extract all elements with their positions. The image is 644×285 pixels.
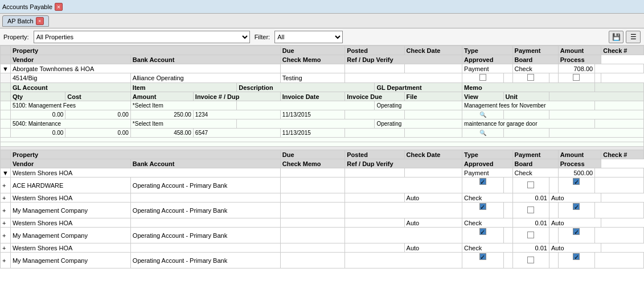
vendor-row-mgmt1: + My Management Company Operating Accoun…	[1, 203, 644, 218]
menu-icon-button[interactable]: ☰	[626, 31, 641, 43]
autotext-western3: Auto	[549, 218, 601, 228]
expander-western2[interactable]: +	[1, 193, 11, 203]
memo-western4	[280, 243, 345, 253]
vendor-detail-line-aborgate: 4514/Big Alliance Operating Testing	[1, 73, 644, 83]
filter-select[interactable]: All	[274, 31, 343, 43]
expander-western4[interactable]: +	[1, 243, 11, 253]
process-cb-mgmt2[interactable]: ✓	[558, 228, 594, 243]
expander-mgmt2[interactable]: +	[1, 228, 11, 243]
memo-header: Memo	[462, 83, 595, 92]
gl-5100: 5100: Management Fees	[10, 101, 130, 110]
process-cb-ace[interactable]: ✓	[558, 177, 594, 193]
process-cb-aborgate[interactable]	[558, 73, 594, 83]
ap-table: Property Due Posted Check Date Type Paym…	[0, 46, 644, 269]
invoicedate-5040: 11/13/2015	[280, 129, 345, 138]
property-label: Property:	[3, 34, 29, 40]
toolbar-right: 💾 ☰	[609, 31, 641, 43]
expander-western3[interactable]: +	[1, 218, 11, 228]
approved-auto-mgmt3	[503, 253, 512, 269]
board-cb-aborgate[interactable]	[512, 73, 549, 83]
col-type: Type	[462, 46, 512, 55]
col2-board: Board	[512, 159, 558, 168]
approved-auto-mgmt1	[503, 203, 512, 218]
tab-close-button[interactable]: ×	[36, 17, 44, 25]
empty-detail-2	[1, 142, 644, 147]
expander-mgmt1[interactable]: +	[1, 203, 11, 218]
type-aborgate: Payment	[462, 64, 512, 73]
memo-ace	[280, 177, 345, 193]
title-text: Accounts Payable	[2, 3, 52, 10]
checknum-aborgate	[595, 64, 644, 73]
refdup-western2	[345, 193, 404, 203]
vendor-row-western3: + Western Shores HOA Auto Check 0.01 Aut…	[1, 218, 644, 228]
expander-aborgate[interactable]: ▼	[1, 64, 11, 73]
view-5100[interactable]: 🔍	[462, 110, 504, 119]
payment-western2: Check	[462, 193, 512, 203]
vendor-western3: Western Shores HOA	[10, 218, 130, 228]
approved-auto-ace	[503, 177, 512, 193]
memo-5040: maintenance for garage door	[462, 119, 595, 129]
gl-detail-1-label: 5100: Management Fees *Select Item Opera…	[1, 101, 644, 110]
process-cb-mgmt1[interactable]: ✓	[558, 203, 594, 218]
expander-mgmt3[interactable]: +	[1, 253, 11, 269]
vendor-mgmt2: My Management Company	[10, 228, 130, 243]
refdup-mgmt2	[345, 228, 462, 243]
empty-detail-1	[1, 138, 644, 142]
invoicenum-header: Invoice # / Dup	[193, 92, 280, 101]
board-cb-mgmt1[interactable]	[512, 203, 549, 218]
gl-blank	[595, 83, 644, 92]
refdup-western4	[345, 243, 404, 253]
bank-ace: Operating Account - Primary Bank	[130, 177, 280, 193]
file-5100	[404, 110, 462, 119]
expander-western[interactable]: ▼	[1, 168, 11, 177]
property-select[interactable]: All Properties	[34, 31, 250, 43]
memo-aborgate: Testing	[280, 73, 345, 83]
board-cb-ace[interactable]	[512, 177, 549, 193]
board-auto-mgmt1	[549, 203, 558, 218]
memo-western2	[280, 193, 345, 203]
col-checkmemo: Check Memo	[280, 55, 345, 64]
gl-detail-1-values: 0.00 0.00 250.00 1234 11/13/2015 🔍	[1, 110, 644, 119]
process-auto-ace	[595, 177, 644, 193]
process-cb-mgmt3[interactable]: ✓	[558, 253, 594, 269]
item-5040: *Select Item	[130, 119, 236, 129]
amount-5100: 250.00	[130, 110, 193, 119]
col2-posted: Posted	[345, 150, 404, 159]
payment-western: Check	[512, 168, 558, 177]
approved-cb-ace[interactable]: ✓	[462, 177, 504, 193]
cost-5040: 0.00	[65, 129, 131, 138]
main-content: Property Due Posted Check Date Type Paym…	[0, 46, 644, 285]
col2-property: Property	[10, 150, 280, 159]
memo-western3	[280, 218, 345, 228]
view-5040[interactable]: 🔍	[462, 129, 504, 138]
amount-header: Amount	[130, 92, 193, 101]
board-auto-ace	[549, 177, 558, 193]
title-close-button[interactable]: ×	[55, 3, 63, 11]
ap-batch-tab[interactable]: AP Batch ×	[2, 15, 49, 27]
save-icon-button[interactable]: 💾	[609, 31, 624, 43]
property-aborgate: Aborgate Townhomes & HOA	[10, 64, 280, 73]
col2-checknum: Check #	[601, 150, 644, 159]
vendor-western2: Western Shores HOA	[10, 193, 130, 203]
toolbar: Property: All Properties Filter: All 💾 ☰	[0, 28, 644, 46]
gl-detail-2-values: 0.00 0.00 458.00 6547 11/13/2015 🔍	[1, 129, 644, 138]
vendor-mgmt1: My Management Company	[10, 203, 130, 218]
bank-western3	[130, 218, 280, 228]
approved-cb-mgmt3[interactable]: ✓	[462, 253, 504, 269]
type-western4: Auto	[404, 243, 462, 253]
type-western2: Auto	[404, 193, 462, 203]
refdup-mgmt1	[345, 203, 462, 218]
payment-aborgate: Check	[512, 64, 558, 73]
vendor-row-mgmt3: + My Management Company Operating Accoun…	[1, 253, 644, 269]
col2-amount: Amount	[558, 150, 601, 159]
approved-cb-mgmt1[interactable]: ✓	[462, 203, 504, 218]
bank-western4	[130, 243, 280, 253]
board-cb-mgmt3[interactable]	[512, 253, 549, 269]
expander-ace[interactable]: +	[1, 177, 11, 193]
approved-cb-aborgate[interactable]	[462, 73, 504, 83]
item-5100: *Select Item	[130, 101, 236, 110]
col-checkdate: Check Date	[404, 46, 462, 55]
approved-blank	[503, 73, 512, 83]
approved-cb-mgmt2[interactable]: ✓	[462, 228, 504, 243]
board-cb-mgmt2[interactable]	[512, 228, 549, 243]
